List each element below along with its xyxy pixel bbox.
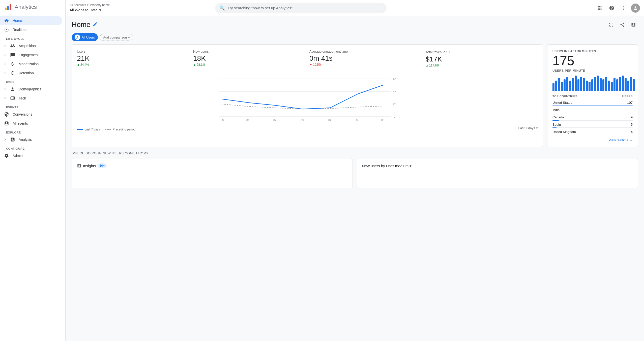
conversions-icon — [4, 112, 9, 117]
svg-rect-1 — [7, 6, 9, 10]
topbar: All Accounts > Property name All Website… — [66, 0, 644, 16]
search-icon: 🔍 — [219, 5, 225, 11]
stats-row: Users 21K ▲ 24.4% New users 18K ▲ 28.1% — [77, 50, 538, 67]
insights-button[interactable] — [629, 20, 638, 29]
help-icon-button[interactable] — [607, 3, 617, 13]
sidebar-item-label-tech: Tech — [19, 96, 26, 100]
sidebar-item-retention[interactable]: Retention — [0, 69, 62, 78]
demographics-icon — [10, 87, 15, 92]
expand-icon — [3, 43, 8, 48]
country-bar — [552, 127, 557, 128]
chart-controls: Last 7 days Preceding period Last 7 days… — [77, 125, 538, 131]
sidebar-item-label-engagement: Engagement — [19, 53, 39, 57]
country-name: Spain — [552, 123, 561, 126]
mini-bar — [600, 78, 602, 91]
insights-badge: 10+ — [98, 163, 107, 168]
country-users: 107 — [627, 101, 633, 105]
mini-bar — [561, 82, 563, 91]
insights-title: Insights — [83, 164, 96, 168]
countries-list: United States107India11Canada9Spain5Unit… — [552, 100, 633, 135]
svg-text:06: 06 — [381, 119, 384, 122]
country-users: 5 — [631, 123, 633, 126]
insights-card-title: Insights 10+ — [77, 163, 347, 168]
country-bar-wrap — [552, 113, 633, 113]
mini-bar — [613, 78, 616, 91]
retention-icon — [10, 71, 15, 76]
home-icon — [4, 18, 9, 23]
edit-icon[interactable] — [93, 22, 98, 28]
sidebar-item-monetization[interactable]: Monetization — [0, 59, 62, 69]
sidebar-item-all-events[interactable]: All events — [0, 119, 62, 128]
search-placeholder: Try searching "how to set up Analytics" — [227, 6, 292, 10]
sidebar-item-conversions[interactable]: Conversions — [0, 110, 62, 119]
sidebar-item-tech[interactable]: Tech — [0, 94, 62, 103]
avatar[interactable] — [631, 4, 640, 13]
mini-bar — [583, 78, 585, 91]
chevron-down-icon: ▾ — [409, 163, 412, 168]
country-row: India11 — [552, 107, 633, 113]
sidebar-item-label-monetization: Monetization — [19, 62, 39, 66]
bottom-grid: Insights 10+ New users by User medium ▾ — [72, 158, 638, 188]
allevents-icon — [4, 121, 9, 126]
apps-icon-button[interactable] — [595, 3, 605, 13]
mini-bar-chart — [552, 76, 633, 91]
mini-bar — [580, 77, 582, 91]
nav-section-lifecycle: LIFE CYCLE — [0, 34, 65, 41]
sidebar-item-label-acquisition: Acquisition — [19, 44, 36, 48]
engagement-icon — [10, 52, 15, 57]
mini-bar — [564, 79, 566, 91]
add-comparison-label: Add comparison — [103, 36, 127, 39]
sidebar-item-engagement[interactable]: Engagement — [0, 50, 62, 59]
admin-icon — [4, 153, 9, 158]
content: Home A All Users — [66, 16, 644, 341]
sidebar-item-home[interactable]: Home — [0, 16, 62, 25]
stat-revenue-value: $17K — [426, 55, 538, 63]
new-users-dropdown-label: New users by User medium — [362, 164, 408, 168]
legend-previous-line — [105, 129, 111, 130]
expand-icon — [3, 87, 8, 92]
date-range-button[interactable]: Last 7 days ▾ — [518, 126, 538, 130]
sidebar-item-analysis[interactable]: Analysis — [0, 135, 62, 144]
view-realtime-link[interactable]: View realtime → — [552, 138, 633, 142]
account-selector[interactable]: All Website Data ▾ — [70, 7, 110, 13]
mini-bar — [575, 76, 577, 91]
legend-current: Last 7 days — [77, 128, 100, 131]
search-bar[interactable]: 🔍 Try searching "how to set up Analytics… — [215, 3, 387, 13]
mini-bar — [619, 77, 621, 91]
expand-icon — [3, 52, 8, 57]
expand-icon — [3, 137, 8, 142]
chevron-down-icon: ▾ — [536, 126, 538, 130]
legend-previous: Preceding period — [105, 128, 135, 131]
sidebar-item-demographics[interactable]: Demographics — [0, 85, 62, 94]
svg-text:Sep: Sep — [220, 121, 225, 122]
realtime-per-minute-label: USERS PER MINUTE — [552, 69, 633, 73]
legend-current-line — [77, 129, 83, 130]
sidebar-item-acquisition[interactable]: Acquisition — [0, 41, 62, 50]
realtime-card: USERS IN LAST 30 MINUTES 175 USERS PER M… — [547, 44, 638, 147]
mini-bar — [633, 79, 635, 91]
arrow-up-icon: ▲ — [77, 63, 80, 66]
sidebar-item-realtime[interactable]: Realtime — [0, 25, 62, 34]
add-comparison-button[interactable]: Add comparison + — [100, 34, 133, 41]
new-users-dropdown[interactable]: New users by User medium ▾ — [362, 163, 412, 168]
country-row: Spain5 — [552, 122, 633, 128]
edit-dashboard-button[interactable] — [607, 20, 616, 29]
sidebar-item-label-retention: Retention — [19, 71, 34, 75]
info-icon[interactable]: ⓘ — [446, 50, 450, 54]
legend-previous-label: Preceding period — [112, 128, 135, 131]
country-bar — [552, 106, 633, 106]
all-users-chip[interactable]: A All Users — [72, 33, 98, 41]
expand-icon — [3, 96, 8, 101]
svg-text:4K: 4K — [393, 90, 397, 93]
mini-bar — [630, 77, 632, 91]
tech-icon — [10, 96, 15, 101]
mini-bar — [552, 83, 554, 91]
more-options-icon-button[interactable] — [619, 3, 629, 13]
nav-section-events: EVENTS — [0, 103, 65, 110]
country-name: United States — [552, 101, 572, 105]
country-users: 9 — [631, 115, 633, 119]
mini-bar — [591, 79, 593, 91]
share-button[interactable] — [618, 20, 627, 29]
sidebar-item-label-analysis: Analysis — [19, 138, 32, 142]
sidebar-item-admin[interactable]: Admin — [0, 151, 62, 160]
